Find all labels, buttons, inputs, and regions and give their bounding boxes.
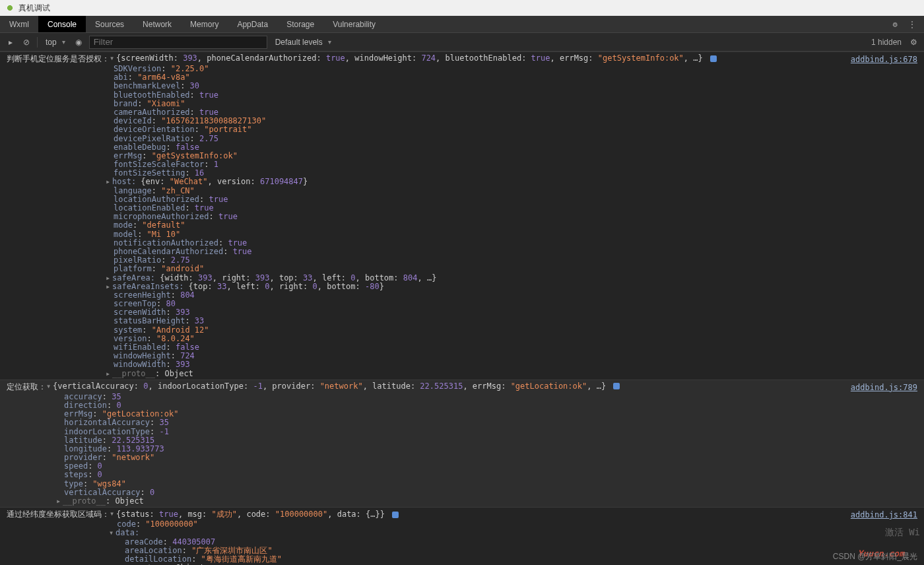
expand-caret[interactable] bbox=[106, 178, 112, 186]
expand-caret[interactable] bbox=[110, 53, 116, 63]
log-entry: addbind.js:789 定位获取： {verticalAccuracy: … bbox=[0, 380, 924, 507]
info-badge-icon[interactable] bbox=[392, 512, 399, 518]
expand-caret[interactable] bbox=[106, 274, 112, 282]
tab-network[interactable]: Network bbox=[133, 16, 181, 32]
gear-icon[interactable]: ⚙ bbox=[908, 37, 919, 48]
devtools-tabs: Wxml Console Sources Network Memory AppD… bbox=[0, 16, 924, 33]
log-label: 判断手机定位服务是否授权： bbox=[7, 53, 110, 65]
tab-storage[interactable]: Storage bbox=[277, 16, 323, 32]
source-link[interactable]: addbind.js:678 bbox=[851, 55, 917, 64]
object-summary[interactable]: {status: true, msg: "成功", code: "1000000… bbox=[116, 509, 399, 520]
object-summary[interactable]: {verticalAccuracy: 0, indoorLocationType… bbox=[53, 382, 620, 391]
log-label: 定位获取： bbox=[7, 382, 46, 393]
info-badge-icon[interactable] bbox=[710, 55, 717, 62]
object-summary[interactable]: {screenWidth: 393, phoneCalendarAuthoriz… bbox=[116, 53, 717, 63]
scope-dropdown[interactable]: top bbox=[43, 36, 68, 48]
toggle-sidebar-icon[interactable]: ▸ bbox=[5, 37, 16, 48]
expand-caret[interactable] bbox=[106, 282, 112, 291]
log-entry: addbind.js:841 通过经纬度坐标获取区域码： {status: tr… bbox=[0, 507, 924, 565]
log-label: 通过经纬度坐标获取区域码： bbox=[7, 509, 110, 520]
object-tree: SDKVersion: "2.25.0" abi: "arm64-v8a" be… bbox=[7, 65, 917, 378]
tab-vulnerability[interactable]: Vulnerability bbox=[323, 16, 385, 32]
tab-sources[interactable]: Sources bbox=[86, 16, 133, 32]
clear-console-icon[interactable]: ⊘ bbox=[21, 37, 32, 48]
expand-caret[interactable] bbox=[56, 497, 63, 506]
info-badge-icon[interactable] bbox=[613, 383, 620, 389]
tab-appdata[interactable]: AppData bbox=[228, 16, 277, 32]
window-titlebar: 真机调试 bbox=[0, 0, 924, 16]
live-expression-icon[interactable]: ◉ bbox=[73, 37, 84, 48]
hidden-count[interactable]: 1 hidden bbox=[871, 38, 902, 47]
watermark-csdn: CSDN @芳草斜阳_晨光 bbox=[833, 551, 917, 562]
console-toolbar: ▸ ⊘ top ◉ Default levels 1 hidden ⚙ bbox=[0, 33, 924, 51]
levels-dropdown[interactable]: Default levels bbox=[273, 36, 334, 48]
expand-caret[interactable] bbox=[110, 509, 116, 518]
watermark-activate: 激活 Wi bbox=[885, 527, 920, 539]
app-icon bbox=[5, 3, 15, 13]
source-link[interactable]: addbind.js:841 bbox=[851, 510, 917, 519]
object-tree: accuracy: 35 direction: 0 errMsg: "getLo… bbox=[7, 393, 917, 506]
window-title: 真机调试 bbox=[18, 3, 50, 14]
object-tree: code: "100000000" data: areaCode: 440305… bbox=[7, 520, 917, 565]
expand-caret[interactable] bbox=[46, 382, 53, 391]
log-entry: addbind.js:678 判断手机定位服务是否授权： {screenWidt… bbox=[0, 51, 924, 380]
console-output[interactable]: addbind.js:678 判断手机定位服务是否授权： {screenWidt… bbox=[0, 51, 924, 565]
filter-input[interactable] bbox=[89, 36, 267, 49]
more-icon[interactable]: ⋮ bbox=[907, 19, 917, 30]
expand-caret[interactable] bbox=[109, 529, 116, 537]
tab-wxml[interactable]: Wxml bbox=[0, 16, 38, 32]
tab-memory[interactable]: Memory bbox=[181, 16, 228, 32]
source-link[interactable]: addbind.js:789 bbox=[851, 383, 917, 392]
settings-icon[interactable]: ⚙ bbox=[890, 19, 900, 30]
expand-caret[interactable] bbox=[106, 370, 112, 378]
tab-console[interactable]: Console bbox=[38, 16, 86, 32]
